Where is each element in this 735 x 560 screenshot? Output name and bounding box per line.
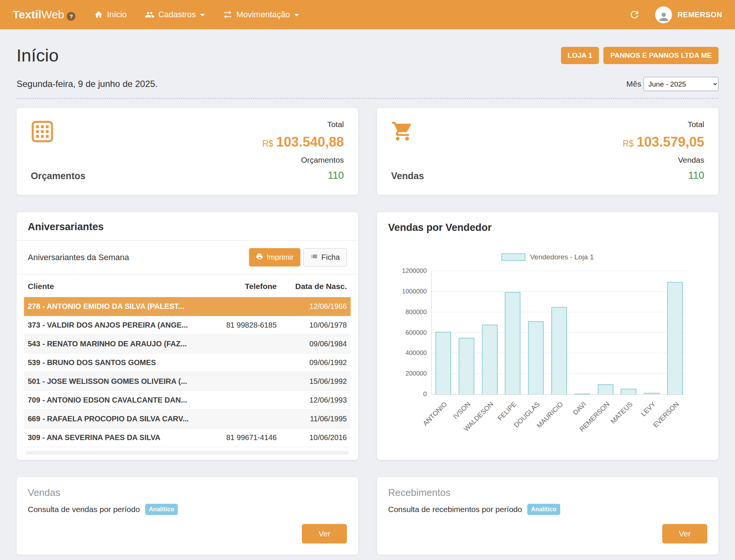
total-value: R$103.579,05 — [622, 134, 704, 150]
birthdays-table: Cliente Telefone Data de Nasc. 278 - ANT… — [24, 276, 351, 447]
chart-y-tick-label: 400000 — [391, 349, 427, 357]
chart-bar — [528, 321, 544, 394]
birthday-client-cell: 278 - ANTONIO EMIDIO DA SILVA (PALEST... — [28, 302, 200, 311]
table-row[interactable]: 278 - ANTONIO EMIDIO DA SILVA (PALEST...… — [24, 297, 351, 316]
chart-gridline — [432, 271, 687, 271]
chart-y-tick-label: 1200000 — [391, 267, 427, 275]
birthday-date-cell: 09/06/1992 — [277, 358, 347, 367]
chart-bar — [574, 394, 590, 394]
chart-bar — [644, 393, 660, 394]
card-label: Vendas — [391, 171, 424, 181]
logo-text-light: Web — [41, 8, 64, 21]
birthday-date-cell: 09/06/1984 — [277, 340, 347, 348]
record-button[interactable]: Ficha — [303, 248, 347, 267]
report-subtitle: Consulta de recebimentos por período — [388, 505, 522, 514]
report-title: Recebimentos — [388, 487, 707, 499]
legend-swatch — [501, 253, 525, 261]
chart-y-tick-label: 0 — [391, 391, 427, 398]
nav-item-cadastros[interactable]: Cadastros — [136, 0, 214, 29]
nav-item-movimentacao[interactable]: Movimentação — [214, 0, 308, 29]
birthday-phone-cell: 81 99671-4146 — [200, 433, 277, 442]
user-menu[interactable]: REMERSON — [655, 6, 722, 23]
calculator-icon — [31, 120, 86, 145]
birthday-table-body: 278 - ANTONIO EMIDIO DA SILVA (PALEST...… — [24, 297, 351, 447]
vendas-report-card: Vendas Consulta de vendas por período An… — [16, 477, 358, 555]
total-value: R$103.540,88 — [262, 134, 344, 150]
list-icon — [310, 253, 318, 262]
birthday-client-cell: 539 - BRUNO DOS SANTOS GOMES — [28, 358, 200, 367]
main-content: Início LOJA 1 PANNOS E PANNOS LTDA ME Se… — [0, 29, 735, 560]
home-icon — [94, 10, 103, 19]
page-title: Início — [16, 45, 58, 66]
main-nav: Início Cadastros Movimentação — [85, 0, 308, 29]
ver-vendas-button[interactable]: Ver — [302, 524, 347, 544]
table-row[interactable]: 709 - ANTONIO EDSON CAVALCANTE DAN...12/… — [24, 391, 351, 410]
birthday-client-cell: 669 - RAFAELA PROCOPIO DA SILVA CARV... — [28, 415, 200, 423]
navbar: TextilWeb ? Início Cadastros Movimentaçã… — [0, 0, 735, 29]
chart-title: Vendas por Vendedor — [388, 222, 707, 234]
chevron-down-icon — [200, 14, 205, 16]
table-row[interactable]: 539 - BRUNO DOS SANTOS GOMES09/06/1992 — [24, 353, 351, 372]
orcamentos-summary-card: Orçamentos Total R$103.540,88 Orçamentos… — [16, 108, 358, 195]
report-title: Vendas — [28, 487, 347, 499]
refresh-icon[interactable] — [629, 9, 640, 20]
chart-bar — [482, 325, 498, 394]
horizontal-scrollbar[interactable] — [26, 451, 349, 455]
recebimentos-report-card: Recebimentos Consulta de recebimentos po… — [377, 477, 718, 555]
table-header: Cliente Telefone Data de Nasc. — [24, 276, 351, 297]
birthday-date-cell: 11/06/1995 — [277, 415, 347, 423]
month-select[interactable]: June - 2025 — [644, 77, 718, 91]
birthday-client-cell: 373 - VALDIR DOS ANJOS PEREIRA (ANGE... — [28, 321, 200, 329]
table-row[interactable]: 669 - RAFAELA PROCOPIO DA SILVA CARV...1… — [24, 410, 351, 428]
col-data-nasc: Data de Nasc. — [277, 282, 347, 291]
chart-bar — [551, 307, 567, 394]
nav-item-label: Movimentação — [236, 10, 290, 19]
birthdays-title: Aniversariantes — [16, 212, 358, 241]
count-label: Vendas — [622, 156, 704, 165]
birthday-date-cell: 12/06/1993 — [277, 396, 347, 404]
birthday-date-cell: 12/06/1966 — [277, 302, 347, 311]
app-logo[interactable]: TextilWeb ? — [13, 8, 75, 21]
col-telefone: Telefone — [200, 282, 277, 291]
count-value: 110 — [622, 170, 704, 181]
birthdays-subtitle: Aniversariantes da Semana — [28, 253, 129, 262]
chart-bar — [505, 292, 520, 394]
analitico-badge: Analítico — [145, 504, 178, 515]
chevron-down-icon — [294, 14, 299, 16]
exchange-arrows-icon — [223, 10, 232, 19]
chart-y-tick-label: 800000 — [391, 308, 427, 316]
chart-bar — [667, 282, 683, 394]
table-row[interactable]: 501 - JOSE WELISSON GOMES OLIVEIRA (...1… — [24, 372, 351, 391]
chart-bar — [621, 389, 636, 394]
report-subtitle: Consulta de vendas por período — [28, 505, 140, 514]
chart-y-tick-label: 1000000 — [391, 288, 427, 295]
count-label: Orçamentos — [262, 156, 344, 165]
birthday-phone-cell: 81 99828-6185 — [200, 321, 277, 329]
ver-recebimentos-button[interactable]: Ver — [662, 524, 707, 544]
chart-bar — [435, 332, 451, 394]
chart-y-tick-label: 600000 — [391, 329, 427, 337]
birthday-date-cell: 10/06/2016 — [277, 433, 347, 442]
table-row[interactable]: 309 - ANA SEVERINA PAES DA SILVA81 99671… — [24, 428, 351, 447]
chart-bar — [598, 384, 614, 394]
user-name: REMERSON — [677, 10, 722, 19]
nav-item-label: Início — [107, 10, 127, 19]
sales-chart-card: Vendas por Vendedor Vendedores - Loja 1 … — [377, 212, 718, 460]
chart-y-tick-label: 200000 — [391, 370, 427, 377]
table-row[interactable]: 543 - RENATO MARINHO DE ARAUJO (FAZ...09… — [24, 335, 351, 353]
birthday-date-cell: 10/06/1978 — [277, 321, 347, 329]
help-icon[interactable]: ? — [67, 12, 75, 21]
table-row[interactable]: 373 - VALDIR DOS ANJOS PEREIRA (ANGE...8… — [24, 316, 351, 335]
print-button[interactable]: Imprimir — [249, 248, 300, 267]
nav-item-inicio[interactable]: Início — [85, 0, 136, 29]
analitico-badge: Analítico — [527, 504, 560, 515]
count-value: 110 — [262, 170, 344, 181]
chart-plot: 020000040000060000080000010000001200000A… — [431, 271, 687, 395]
col-cliente: Cliente — [28, 282, 200, 291]
card-label: Orçamentos — [31, 171, 86, 181]
company-badge[interactable]: PANNOS E PANNOS LTDA ME — [603, 47, 718, 64]
printer-icon — [256, 253, 263, 262]
month-label: Mês — [626, 79, 641, 88]
store-badge[interactable]: LOJA 1 — [561, 47, 599, 64]
chart-legend[interactable]: Vendedores - Loja 1 — [388, 253, 707, 261]
